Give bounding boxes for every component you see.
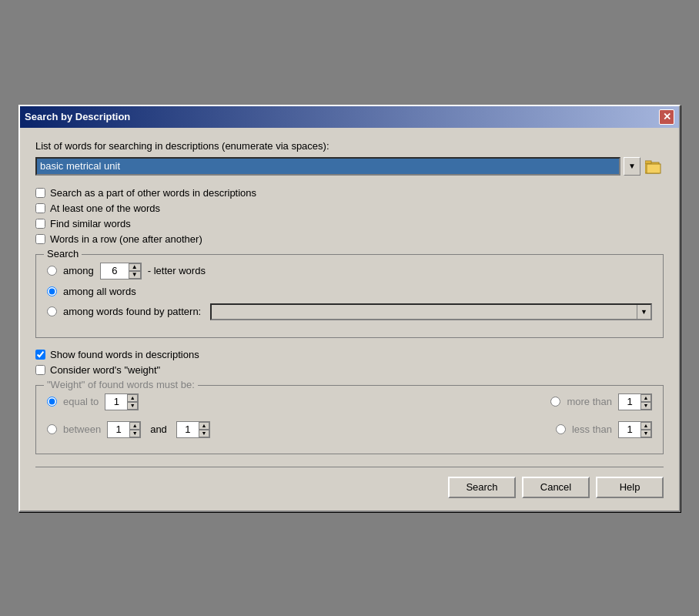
main-window: Search by Description ✕ List of words fo… xyxy=(18,105,681,512)
between-input-1[interactable] xyxy=(108,422,129,437)
search-word-dropdown-btn[interactable]: ▼ xyxy=(624,157,640,176)
radio-among[interactable] xyxy=(47,266,57,276)
checkbox-show-found[interactable] xyxy=(35,350,45,360)
radio-among-row: among ▲ ▼ - letter words xyxy=(47,263,652,280)
and-label: and xyxy=(150,424,167,435)
svg-rect-1 xyxy=(645,161,651,163)
options-checkboxes: Search as a part of other words in descr… xyxy=(35,187,664,245)
checkbox-consider-weight-label: Consider word's "weight" xyxy=(50,364,160,376)
between-spinner-1: ▲ ▼ xyxy=(107,421,141,438)
radio-between[interactable] xyxy=(47,424,57,434)
pattern-input[interactable] xyxy=(212,304,637,319)
radio-less-than-label: less than xyxy=(572,424,612,435)
between-spin-up-2[interactable]: ▲ xyxy=(199,422,209,430)
between-spin-down-2[interactable]: ▼ xyxy=(199,430,209,437)
less-than-spin-btns: ▲ ▼ xyxy=(640,422,651,437)
show-found-row: Show found words in descriptions xyxy=(35,349,664,360)
bottom-buttons: Search Cancel Help xyxy=(35,467,664,498)
equal-to-spin-up[interactable]: ▲ xyxy=(127,394,138,402)
between-spin-up-1[interactable]: ▲ xyxy=(129,422,140,430)
checkbox-at-least-one-label: At least one of the words xyxy=(50,203,160,214)
checkbox-consider-weight[interactable] xyxy=(35,365,45,375)
search-button[interactable]: Search xyxy=(448,477,516,498)
checkbox-find-similar[interactable] xyxy=(35,219,45,229)
search-group-legend: Search xyxy=(44,248,82,259)
equal-to-spin-btns: ▲ ▼ xyxy=(127,394,138,410)
close-button[interactable]: ✕ xyxy=(659,109,674,125)
checkbox-search-part-label: Search as a part of other words in descr… xyxy=(50,187,256,199)
radio-more-than-label: more than xyxy=(567,396,612,407)
checkbox-at-least-one[interactable] xyxy=(35,203,45,213)
show-weight-checkboxes: Show found words in descriptions Conside… xyxy=(35,349,664,376)
checkbox-row-2: Find similar words xyxy=(35,218,664,229)
title-bar: Search by Description ✕ xyxy=(20,106,679,128)
pattern-dropdown-arrow[interactable]: ▼ xyxy=(637,305,651,319)
equal-to-input[interactable] xyxy=(105,394,127,410)
search-group: Search among ▲ ▼ - letter words among al… xyxy=(35,254,664,338)
between-row: between ▲ ▼ and ▲ ▼ xyxy=(47,421,210,438)
radio-more-than[interactable] xyxy=(550,397,560,407)
list-label: List of words for searching in descripti… xyxy=(35,140,664,152)
letter-count-spin-buttons: ▲ ▼ xyxy=(129,263,141,279)
dialog-content: List of words for searching in descripti… xyxy=(20,128,679,511)
letter-count-spinner: ▲ ▼ xyxy=(100,263,142,280)
checkbox-search-part[interactable] xyxy=(35,188,45,198)
radio-pattern[interactable] xyxy=(47,306,57,316)
radio-all-words-label: among all words xyxy=(63,286,136,297)
equal-to-spinner: ▲ ▼ xyxy=(105,393,139,410)
radio-equal-to-label: equal to xyxy=(63,396,99,407)
window-title: Search by Description xyxy=(25,111,130,122)
radio-pattern-row: among words found by pattern: ▼ xyxy=(47,303,652,320)
checkbox-row-1: At least one of the words xyxy=(35,203,664,214)
help-button[interactable]: Help xyxy=(596,477,664,498)
between-spinner-2: ▲ ▼ xyxy=(176,421,210,438)
less-than-row: less than ▲ ▼ xyxy=(556,421,652,438)
less-than-input[interactable] xyxy=(619,422,640,437)
radio-all-words[interactable] xyxy=(47,286,57,296)
checkbox-row-0: Search as a part of other words in descr… xyxy=(35,187,664,199)
between-spin-btns-2: ▲ ▼ xyxy=(199,422,209,437)
spin-up-btn[interactable]: ▲ xyxy=(129,263,141,271)
search-word-row: ▼ xyxy=(35,156,664,176)
consider-weight-row: Consider word's "weight" xyxy=(35,364,664,376)
more-than-spin-up[interactable]: ▲ xyxy=(640,394,651,402)
less-than-spinner: ▲ ▼ xyxy=(618,421,652,438)
less-than-spin-up[interactable]: ▲ xyxy=(640,422,651,430)
radio-among-label: among xyxy=(63,265,94,276)
checkbox-words-in-row-label: Words in a row (one after another) xyxy=(50,233,202,245)
between-input-2[interactable] xyxy=(177,422,199,437)
radio-pattern-label: among words found by pattern: xyxy=(63,306,201,317)
radio-equal-to[interactable] xyxy=(47,397,57,407)
between-spin-btns-1: ▲ ▼ xyxy=(129,422,140,437)
radio-between-label: between xyxy=(63,424,101,435)
letter-count-input[interactable] xyxy=(101,263,129,279)
more-than-spin-btns: ▲ ▼ xyxy=(640,394,651,410)
search-word-input[interactable] xyxy=(35,157,620,176)
letter-words-label: - letter words xyxy=(148,265,206,276)
folder-button[interactable] xyxy=(644,156,664,176)
checkbox-show-found-label: Show found words in descriptions xyxy=(50,349,199,360)
checkbox-row-3: Words in a row (one after another) xyxy=(35,233,664,245)
cancel-button[interactable]: Cancel xyxy=(522,477,590,498)
more-than-row: more than ▲ ▼ xyxy=(550,393,652,410)
more-than-spinner: ▲ ▼ xyxy=(618,393,652,410)
checkbox-words-in-row[interactable] xyxy=(35,234,45,244)
radio-less-than[interactable] xyxy=(556,424,566,434)
svg-rect-2 xyxy=(647,164,661,173)
spin-down-btn[interactable]: ▼ xyxy=(129,271,141,279)
checkbox-find-similar-label: Find similar words xyxy=(50,218,131,229)
pattern-dropdown: ▼ xyxy=(210,303,652,320)
less-than-spin-down[interactable]: ▼ xyxy=(640,430,651,437)
weight-group: "Weight" of found words must be: equal t… xyxy=(35,385,664,454)
weight-group-legend: "Weight" of found words must be: xyxy=(44,379,198,390)
equal-to-spin-down[interactable]: ▼ xyxy=(127,402,138,410)
more-than-input[interactable] xyxy=(619,394,640,410)
between-spin-down-1[interactable]: ▼ xyxy=(129,430,140,437)
radio-all-row: among all words xyxy=(47,286,652,297)
more-than-spin-down[interactable]: ▼ xyxy=(640,402,651,410)
equal-to-row: equal to ▲ ▼ xyxy=(47,393,139,410)
